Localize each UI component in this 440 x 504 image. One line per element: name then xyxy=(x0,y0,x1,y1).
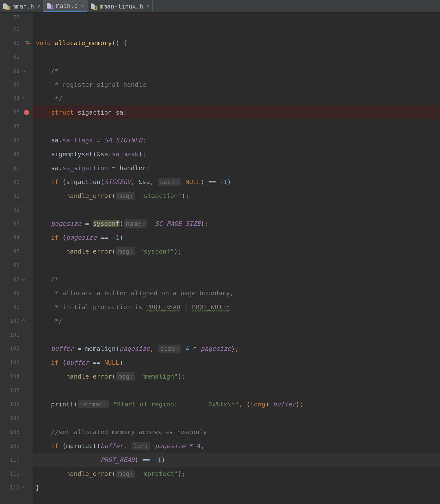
code-line[interactable] xyxy=(33,13,440,22)
token: printf( xyxy=(36,400,77,408)
gutter-line[interactable]: 111 xyxy=(0,467,33,481)
gutter-line[interactable]: 107 xyxy=(0,411,33,425)
gutter-line[interactable]: 78 xyxy=(0,13,33,22)
gutter-line[interactable]: 92 xyxy=(0,203,33,217)
code-line[interactable]: handle_error(msg: "mprotect"); xyxy=(33,467,440,481)
gutter-line[interactable]: 80 xyxy=(0,36,33,50)
code-line[interactable] xyxy=(33,22,440,36)
gutter-line[interactable]: 85 xyxy=(0,105,33,119)
fold-open-icon[interactable] xyxy=(21,69,26,73)
gutter-line[interactable]: 94 xyxy=(0,231,33,244)
gutter-line[interactable]: 82 xyxy=(0,64,33,78)
code-line[interactable]: PROT_READ) == -1) xyxy=(33,453,440,467)
token: ( xyxy=(62,359,66,366)
code-line[interactable]: void allocate_memory() { xyxy=(33,36,440,50)
breakpoint-icon[interactable] xyxy=(24,110,29,115)
code-line[interactable] xyxy=(33,411,440,425)
code-line[interactable] xyxy=(33,258,440,272)
token: SIGSEGV xyxy=(104,178,131,186)
token: PROT_WRITE xyxy=(192,303,230,311)
token xyxy=(136,192,140,200)
code-line[interactable] xyxy=(33,383,440,397)
gutter-line[interactable]: 89 xyxy=(0,161,33,175)
gutter-line[interactable]: 99 xyxy=(0,300,33,314)
code-line[interactable]: if (pagesize == -1) xyxy=(33,231,440,244)
gutter-line[interactable]: 103 xyxy=(0,356,33,369)
file-tab-mman-h[interactable]: Hmman.h× xyxy=(0,0,44,12)
token: ; xyxy=(142,136,146,144)
token: sigemptyset(&sa. xyxy=(36,150,112,158)
code-line[interactable]: handle_error(msg: "memalign"); xyxy=(33,369,440,383)
code-line[interactable]: * initial protection is PROT_READ | PROT… xyxy=(33,300,440,314)
gutter-line[interactable]: 90 xyxy=(0,175,33,189)
code-line[interactable]: pagesize = sysconf(name: _SC_PAGE_SIZE); xyxy=(33,217,440,231)
close-icon[interactable]: × xyxy=(37,3,40,9)
line-number: 99 xyxy=(13,300,20,314)
code-line[interactable]: /* xyxy=(33,64,440,78)
file-tab-main-c[interactable]: Cmain.c× xyxy=(44,0,87,12)
code-line[interactable]: /* xyxy=(33,272,440,286)
token: * initial protection is xyxy=(55,303,146,311)
code-line[interactable]: * register signal handle xyxy=(33,78,440,92)
token: PROT_READ xyxy=(146,303,180,311)
fold-open-icon[interactable] xyxy=(21,277,26,281)
close-icon[interactable]: × xyxy=(81,3,84,9)
gutter-line[interactable]: 106 xyxy=(0,397,33,411)
fold-close-icon[interactable] xyxy=(21,319,26,323)
gutter-line[interactable]: 86 xyxy=(0,119,33,133)
code-line[interactable]: handle_error(msg: "sigaction"); xyxy=(33,189,440,203)
token: SA_SIGINFO xyxy=(104,136,142,144)
code-line[interactable]: if (buffer == NULL) xyxy=(33,356,440,369)
gutter-line[interactable]: 110 xyxy=(0,453,33,467)
close-icon[interactable]: × xyxy=(146,3,150,9)
gutter-line[interactable]: 79 xyxy=(0,22,33,36)
code-line[interactable] xyxy=(33,203,440,217)
fold-close-icon[interactable] xyxy=(21,96,26,101)
gutter-line[interactable]: 83 xyxy=(0,78,33,92)
token: sysconf xyxy=(93,220,119,227)
gutter-line[interactable]: 96 xyxy=(0,258,33,272)
token: ) xyxy=(265,400,273,408)
gutter-line[interactable]: 112 xyxy=(0,481,33,495)
gutter-line[interactable]: 91 xyxy=(0,189,33,203)
gutter-line[interactable]: 95 xyxy=(0,244,33,258)
code-line[interactable]: */ xyxy=(33,92,440,105)
code-area[interactable]: void allocate_memory() { /* * register s… xyxy=(33,13,440,504)
gutter-line[interactable]: 104 xyxy=(0,369,33,383)
gutter-line[interactable]: 97 xyxy=(0,272,33,286)
gutter-line[interactable]: 109 xyxy=(0,439,33,453)
fold-close-icon[interactable] xyxy=(21,485,26,490)
gutter-line[interactable]: 108 xyxy=(0,425,33,439)
code-line[interactable]: struct sigaction sa; xyxy=(33,105,440,119)
code-line[interactable]: if (sigaction(SIGSEGV, &sa, oact: NULL) … xyxy=(33,175,440,189)
code-line[interactable] xyxy=(33,328,440,342)
gutter[interactable]: 7879808182838485868788899091929394959697… xyxy=(0,13,33,504)
gutter-line[interactable]: 88 xyxy=(0,147,33,161)
code-line[interactable]: * allocate a buffer aligned on a page bo… xyxy=(33,286,440,300)
code-line[interactable]: sa.sa_sigaction = handler; xyxy=(33,161,440,175)
gutter-line[interactable]: 101 xyxy=(0,328,33,342)
gutter-line[interactable]: 102 xyxy=(0,342,33,356)
code-line[interactable]: if (mprotect(buffer, len: pagesize * 4, xyxy=(33,439,440,453)
file-tab-mman-linux-h[interactable]: Hmman-linux.h× xyxy=(88,0,153,12)
gutter-line[interactable]: 100 xyxy=(0,314,33,328)
code-line[interactable] xyxy=(33,50,440,64)
gutter-line[interactable]: 81 xyxy=(0,50,33,64)
code-line[interactable]: handle_error(msg: "sysconf"); xyxy=(33,244,440,258)
gutter-line[interactable]: 87 xyxy=(0,133,33,147)
code-line[interactable]: buffer = memalign(pagesize, size: 4 * pa… xyxy=(33,342,440,356)
code-line[interactable]: } xyxy=(33,481,440,495)
code-line[interactable]: sigemptyset(&sa.sa_mask); xyxy=(33,147,440,161)
gutter-line[interactable]: 105 xyxy=(0,383,33,397)
code-line[interactable] xyxy=(33,119,440,133)
code-line[interactable]: //set allocated memory access as readonl… xyxy=(33,425,440,439)
gutter-line[interactable]: 98 xyxy=(0,286,33,300)
token: * allocate a buffer aligned on a page bo… xyxy=(55,289,234,297)
code-line[interactable]: printf(format: "Start of region: 0x%lx\n… xyxy=(33,397,440,411)
code-line[interactable]: */ xyxy=(33,314,440,328)
code-line[interactable]: sa.sa_flags = SA_SIGINFO; xyxy=(33,133,440,147)
gutter-line[interactable]: 93 xyxy=(0,217,33,231)
token: ) xyxy=(119,234,123,241)
fold-open-icon[interactable] xyxy=(28,41,32,45)
gutter-line[interactable]: 84 xyxy=(0,92,33,105)
